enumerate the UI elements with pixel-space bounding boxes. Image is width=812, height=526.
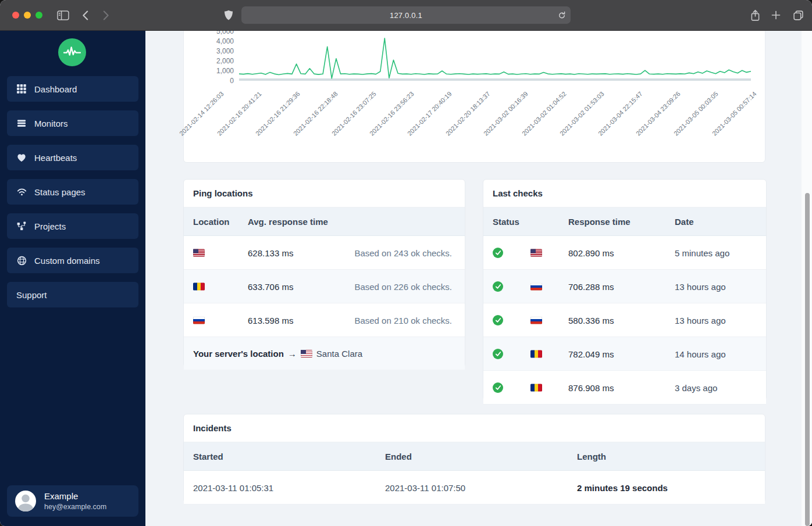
flag-ru-icon (530, 316, 542, 324)
sidebar-item-label: Status pages (34, 187, 86, 197)
shield-icon (221, 0, 236, 30)
check-date: 14 hours ago (675, 349, 726, 359)
sidebar-item-label: Heartbeats (34, 153, 77, 163)
server-location-value: Santa Clara (316, 349, 362, 359)
tab-overview-icon[interactable] (788, 0, 809, 30)
ping-locations-header: Location Avg. response time (184, 207, 465, 236)
column-response-time: Response time (568, 217, 631, 227)
incidents-rows: 2021-03-11 01:05:312021-03-11 01:07:502 … (184, 471, 765, 504)
last-check-row: 876.908 ms3 days ago (483, 371, 766, 405)
column-location: Location (193, 217, 230, 227)
sidebar-item-label: Projects (34, 221, 66, 231)
flag-us-icon (301, 350, 312, 357)
browser-window: 127.0.0.1 DashboardMo (0, 0, 812, 526)
main-content: 01,0002,0003,0004,0005,000 2021-02-14 12… (145, 30, 812, 526)
ping-location-row: 613.598 msBased on 210 ok checks. (184, 303, 465, 337)
column-date: Date (675, 217, 694, 227)
check-date: 13 hours ago (675, 315, 726, 325)
close-window-button[interactable] (12, 12, 19, 19)
maximize-window-button[interactable] (35, 12, 42, 19)
sidebar-item-label: Support (16, 290, 47, 300)
minimize-window-button[interactable] (24, 12, 31, 19)
response-time-chart-card: 01,0002,0003,0004,0005,000 2021-02-14 12… (183, 30, 765, 163)
new-tab-icon[interactable] (767, 0, 785, 30)
flag-ro-icon (530, 350, 542, 357)
forward-button[interactable] (98, 0, 114, 30)
ok-checks-note: Based on 226 ok checks. (354, 281, 452, 291)
incident-started: 2021-03-11 01:05:31 (193, 482, 273, 492)
server-location-footer: Your server's location → Santa Clara (184, 337, 465, 370)
ping-locations-card: Ping locations Location Avg. response ti… (183, 179, 465, 367)
wifi-icon (16, 187, 27, 197)
user-email: hey@example.com (44, 503, 106, 511)
arrow-right-icon: → (288, 349, 297, 359)
status-ok-icon (493, 281, 503, 292)
flag-us-icon (193, 249, 205, 256)
list-icon (16, 119, 27, 128)
sidebar-item-support[interactable]: Support (7, 282, 138, 307)
avatar (15, 491, 36, 511)
globe-icon (16, 256, 27, 266)
sidebar-item-custom-domains[interactable]: Custom domains (7, 248, 138, 273)
status-ok-icon (493, 315, 503, 325)
scrollbar[interactable] (805, 193, 810, 526)
sidebar-item-dashboard[interactable]: Dashboard (7, 76, 138, 102)
incident-ended: 2021-03-11 01:07:50 (385, 482, 465, 492)
flag-us-icon (530, 249, 542, 256)
user-info: Example hey@example.com (44, 491, 106, 511)
ping-location-row: 628.133 msBased on 243 ok checks. (184, 236, 465, 270)
y-tick-label: 0 (188, 76, 234, 85)
avg-response-time: 633.706 ms (248, 281, 293, 291)
sidebar-item-label: Monitors (34, 119, 68, 128)
sidebar-item-heartbeats[interactable]: Heartbeats (7, 145, 138, 170)
share-icon[interactable] (746, 0, 764, 30)
column-status: Status (493, 217, 519, 227)
response-time: 782.049 ms (568, 349, 614, 359)
last-check-row: 782.049 ms14 hours ago (483, 337, 766, 371)
sidebar-item-label: Dashboard (34, 84, 77, 94)
ping-location-row: 633.706 msBased on 226 ok checks. (184, 270, 465, 303)
incident-row: 2021-03-11 01:05:312021-03-11 01:07:502 … (184, 471, 765, 504)
user-card[interactable]: Example hey@example.com (7, 485, 138, 517)
y-tick-label: 3,000 (188, 46, 234, 56)
last-checks-header: Status Response time Date (483, 207, 766, 236)
sidebar-item-projects[interactable]: Projects (7, 213, 138, 239)
app-logo-pulse-icon[interactable] (58, 38, 86, 66)
response-time: 580.336 ms (568, 315, 614, 325)
reload-icon[interactable] (558, 11, 566, 20)
incidents-card: Incidents Started Ended Length 2021-03-1… (183, 414, 765, 503)
ping-locations-title: Ping locations (184, 180, 465, 207)
y-tick-label: 1,000 (188, 66, 234, 76)
flag-ro-icon (530, 384, 542, 391)
status-ok-icon (493, 382, 503, 393)
last-checks-title: Last checks (483, 180, 766, 207)
sidebar-item-label: Custom domains (34, 256, 100, 266)
y-tick-label: 2,000 (188, 56, 234, 66)
flag-ru-icon (193, 316, 205, 324)
response-time-chart (239, 31, 751, 81)
last-checks-rows: 802.890 ms5 minutes ago706.288 ms13 hour… (483, 236, 766, 405)
sidebar-item-status-pages[interactable]: Status pages (7, 179, 138, 205)
column-ended: Ended (385, 452, 412, 461)
column-length: Length (577, 452, 606, 461)
check-date: 5 minutes ago (675, 248, 729, 257)
column-avg-response-time: Avg. response time (248, 217, 328, 227)
flag-ru-icon (530, 282, 542, 290)
ok-checks-note: Based on 210 ok checks. (354, 315, 452, 325)
ok-checks-note: Based on 243 ok checks. (354, 248, 452, 257)
sidebar-item-monitors[interactable]: Monitors (7, 110, 138, 136)
avg-response-time: 613.598 ms (248, 315, 293, 325)
incident-length: 2 minutes 19 seconds (577, 482, 668, 492)
status-ok-icon (493, 349, 503, 359)
back-button[interactable] (77, 0, 93, 30)
y-tick-label: 5,000 (188, 30, 234, 36)
last-check-row: 802.890 ms5 minutes ago (483, 236, 766, 270)
server-location-label: Your server's location (193, 349, 284, 359)
sidebar-toggle-icon[interactable] (52, 0, 73, 30)
url-bar[interactable]: 127.0.0.1 (241, 6, 571, 24)
sitemap-icon (16, 221, 27, 231)
heart-icon (16, 153, 27, 163)
check-date: 13 hours ago (675, 281, 726, 291)
y-tick-label: 4,000 (188, 37, 234, 46)
last-checks-card: Last checks Status Response time Date 80… (483, 179, 767, 400)
